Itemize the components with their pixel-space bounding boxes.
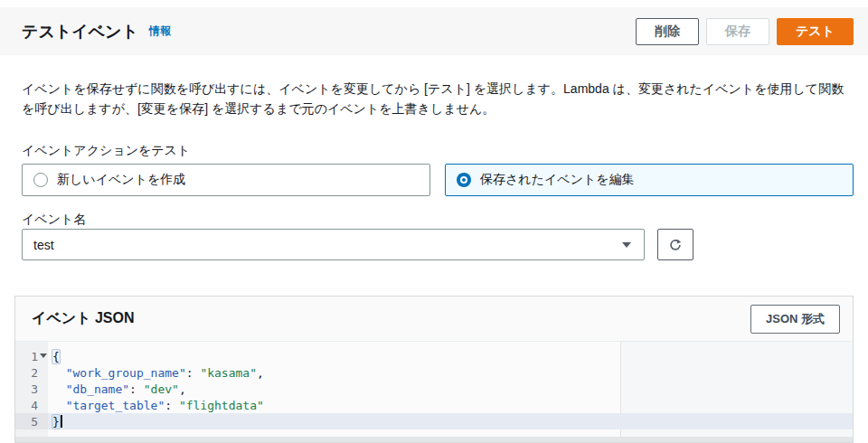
event-name-selected-value: test [33, 238, 54, 252]
page-header: テストイベント 情報 削除 保存 テスト [0, 7, 868, 55]
json-format-button[interactable]: JSON 形式 [750, 305, 840, 334]
event-name-label: イベント名 [22, 212, 86, 228]
header-actions: 削除 保存 テスト [636, 18, 854, 45]
code-line[interactable]: 5} [15, 413, 853, 429]
code-line[interactable]: 1{ [15, 348, 853, 364]
code-line[interactable]: 2 "work_group_name": "kasama", [15, 364, 853, 381]
line-number: 5 [15, 413, 48, 429]
radio-selected-icon [457, 173, 471, 187]
event-json-panel-header: イベント JSON JSON 形式 [15, 297, 853, 342]
save-button[interactable]: 保存 [706, 18, 769, 45]
line-number: 1 [15, 348, 48, 364]
event-json-panel-title: イベント JSON [32, 309, 135, 328]
code-area[interactable]: 1{2 "work_group_name": "kasama",3 "db_na… [15, 348, 853, 429]
radio-option-create-new-event[interactable]: 新しいイベントを作成 [22, 164, 430, 196]
code-line[interactable]: 3 "db_name": "dev", [15, 381, 853, 397]
delete-button[interactable]: 削除 [636, 18, 699, 45]
radio-option-label: 新しいイベントを作成 [57, 172, 185, 188]
code-line[interactable]: 4 "target_table": "flightdata" [15, 397, 853, 413]
editor-bottom-bar [15, 437, 853, 442]
radio-option-label: 保存されたイベントを編集 [480, 172, 635, 188]
event-name-select[interactable]: test [22, 229, 645, 260]
fold-collapse-icon[interactable] [40, 353, 47, 358]
test-button[interactable]: テスト [777, 18, 854, 45]
refresh-button[interactable] [657, 229, 693, 260]
test-action-label: イベントアクションをテスト [22, 143, 190, 159]
refresh-icon [668, 238, 683, 252]
text-cursor [61, 415, 62, 428]
test-action-options: 新しいイベントを作成 保存されたイベントを編集 [22, 164, 854, 196]
chevron-down-icon [622, 242, 631, 248]
radio-unselected-icon [33, 173, 48, 187]
line-number: 3 [15, 381, 48, 397]
line-number: 2 [15, 364, 48, 381]
info-link[interactable]: 情報 [149, 24, 171, 39]
radio-option-edit-saved-event[interactable]: 保存されたイベントを編集 [445, 164, 854, 196]
json-editor[interactable]: 1{2 "work_group_name": "kasama",3 "db_na… [15, 342, 853, 442]
description-text: イベントを保存せずに関数を呼び出すには、イベントを変更してから [テスト] を選… [22, 80, 848, 118]
page-title: テストイベント [22, 21, 138, 42]
line-number: 4 [15, 397, 48, 413]
event-json-panel: イベント JSON JSON 形式 1{2 "work_group_name":… [14, 296, 854, 443]
